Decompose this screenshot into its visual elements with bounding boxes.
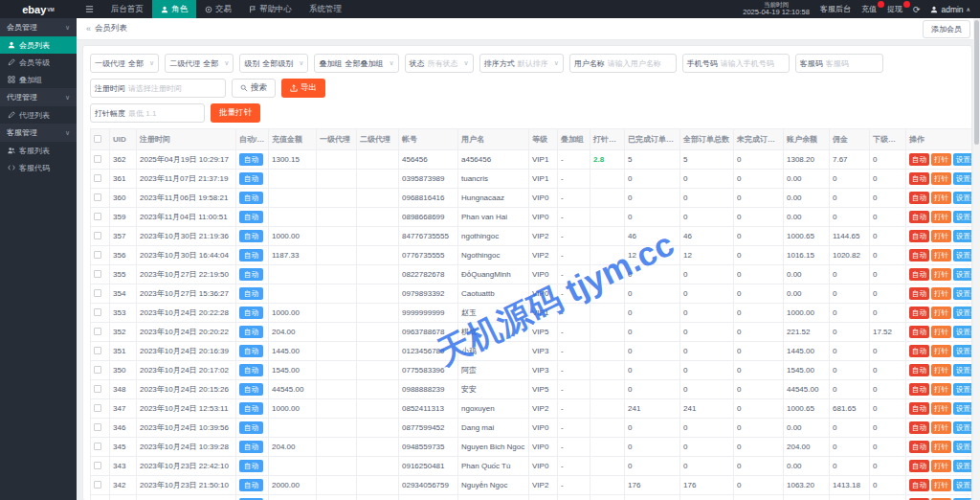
sidebar-item-member-level[interactable]: 会员等级 — [0, 54, 77, 71]
row-set-balance-button[interactable]: 设置余额 — [953, 383, 972, 396]
row-auto-button[interactable]: 自动 — [909, 307, 929, 319]
row-checkbox[interactable] — [94, 385, 101, 393]
row-auto-button[interactable]: 自动 — [909, 441, 929, 453]
sidebar-group-agents[interactable]: 代理管理∨ — [0, 88, 77, 106]
row-set-balance-button[interactable]: 设置余额 — [953, 479, 972, 491]
row-auto-button[interactable]: 自动 — [909, 421, 929, 434]
row-auto-button[interactable]: 自动 — [909, 364, 929, 376]
row-set-balance-button[interactable]: 设置余额 — [953, 287, 972, 300]
row-set-balance-button[interactable]: 设置余额 — [953, 345, 972, 357]
row-checkbox[interactable] — [94, 366, 101, 374]
filter-username-field[interactable]: 用户名称 — [569, 54, 677, 73]
row-set-balance-button[interactable]: 设置余额 — [953, 307, 972, 319]
inject-range-field[interactable]: 打针幅度 — [90, 103, 205, 123]
auto-mode-button[interactable]: 自动 — [239, 441, 263, 453]
auto-mode-button[interactable]: 自动 — [239, 153, 263, 166]
filter-group-select[interactable]: 叠加组 全部叠加组 ∨ — [314, 54, 398, 73]
row-inject-button[interactable]: 打针 — [931, 287, 951, 300]
auto-mode-button[interactable]: 自动 — [239, 211, 263, 223]
recharge-link[interactable]: 充值 — [861, 4, 877, 14]
row-auto-button[interactable]: 自动 — [909, 211, 929, 223]
auto-mode-button[interactable]: 自动 — [239, 307, 263, 319]
filter-agent2-select[interactable]: 二级代理 全部 ∨ — [165, 54, 234, 73]
row-set-balance-button[interactable]: 设置余额 — [953, 153, 972, 166]
row-checkbox[interactable] — [94, 155, 101, 163]
service-backend-link[interactable]: 客服后台 — [820, 4, 851, 14]
row-set-balance-button[interactable]: 设置余额 — [953, 192, 972, 204]
sidebar-group-members[interactable]: 会员管理∨ — [0, 18, 77, 36]
phone-input[interactable] — [721, 59, 785, 68]
nav-item-roles[interactable]: 角色 — [152, 0, 196, 18]
sidebar-group-service[interactable]: 客服管理∨ — [0, 124, 77, 142]
row-auto-button[interactable]: 自动 — [909, 172, 929, 185]
auto-mode-button[interactable]: 自动 — [239, 383, 263, 396]
auto-mode-button[interactable]: 自动 — [239, 249, 263, 261]
row-auto-button[interactable]: 自动 — [909, 345, 929, 357]
menu-collapse-icon[interactable] — [77, 0, 102, 18]
row-auto-button[interactable]: 自动 — [909, 460, 929, 472]
select-all-checkbox[interactable] — [94, 135, 101, 143]
auto-mode-button[interactable]: 自动 — [239, 268, 263, 281]
row-auto-button[interactable]: 自动 — [909, 402, 929, 415]
row-inject-button[interactable]: 打针 — [931, 230, 951, 242]
row-set-balance-button[interactable]: 设置余额 — [953, 460, 972, 472]
row-checkbox[interactable] — [94, 213, 101, 220]
batch-inject-button[interactable]: 批量打针 — [211, 103, 260, 123]
auto-mode-button[interactable]: 自动 — [239, 364, 263, 376]
row-checkbox[interactable] — [94, 328, 101, 335]
row-inject-button[interactable]: 打针 — [931, 153, 951, 166]
nav-item-help-center[interactable]: 帮助中心 — [240, 0, 301, 18]
row-checkbox[interactable] — [94, 404, 101, 412]
page-scrollbar[interactable] — [973, 18, 980, 500]
row-auto-button[interactable]: 自动 — [909, 249, 929, 261]
sidebar-item-member-list[interactable]: 会员列表 — [0, 36, 77, 54]
row-checkbox[interactable] — [94, 347, 101, 354]
auto-mode-button[interactable]: 自动 — [239, 460, 263, 472]
user-menu[interactable]: admin ∧ — [930, 5, 970, 14]
row-auto-button[interactable]: 自动 — [909, 192, 929, 204]
row-set-balance-button[interactable]: 设置余额 — [953, 364, 972, 376]
row-checkbox[interactable] — [94, 308, 101, 316]
sidebar-item-stack-group[interactable]: 叠加组 — [0, 71, 77, 88]
scrollbar-thumb[interactable] — [974, 20, 979, 145]
filter-status-select[interactable]: 状态 所有状态 ∨ — [405, 54, 474, 73]
row-checkbox[interactable] — [94, 232, 101, 239]
row-checkbox[interactable] — [94, 289, 101, 297]
reg-time-input[interactable] — [128, 84, 221, 93]
row-auto-button[interactable]: 自动 — [909, 287, 929, 300]
withdraw-link[interactable]: 提现 — [887, 4, 902, 14]
service-code-input[interactable] — [826, 59, 879, 68]
row-checkbox[interactable] — [94, 193, 101, 201]
inject-range-input[interactable] — [128, 109, 200, 118]
sidebar-item-agent-list[interactable]: 代理列表 — [0, 106, 77, 124]
auto-mode-button[interactable]: 自动 — [239, 345, 263, 357]
row-auto-button[interactable]: 自动 — [909, 153, 929, 166]
nav-item-dashboard[interactable]: 后台首页 — [102, 0, 152, 18]
row-inject-button[interactable]: 打针 — [931, 172, 951, 185]
row-inject-button[interactable]: 打针 — [931, 460, 951, 472]
row-inject-button[interactable]: 打针 — [931, 479, 951, 491]
filter-reg-time-field[interactable]: 注册时间 — [90, 79, 226, 98]
row-inject-button[interactable]: 打针 — [931, 402, 951, 415]
search-button[interactable]: 搜索 — [232, 79, 276, 98]
row-set-balance-button[interactable]: 设置余额 — [953, 441, 972, 453]
row-inject-button[interactable]: 打针 — [931, 345, 951, 357]
auto-mode-button[interactable]: 自动 — [239, 421, 263, 434]
row-set-balance-button[interactable]: 设置余额 — [953, 172, 972, 185]
row-checkbox[interactable] — [94, 174, 101, 182]
filter-level-select[interactable]: 级别 全部级别 ∨ — [239, 54, 308, 73]
row-inject-button[interactable]: 打针 — [931, 326, 951, 338]
auto-mode-button[interactable]: 自动 — [239, 230, 263, 242]
row-auto-button[interactable]: 自动 — [909, 230, 929, 242]
nav-item-system[interactable]: 系统管理 — [301, 0, 350, 18]
row-inject-button[interactable]: 打针 — [931, 383, 951, 396]
row-inject-button[interactable]: 打针 — [931, 441, 951, 453]
sidebar-item-service-code[interactable]: 客服代码 — [0, 159, 77, 176]
row-inject-button[interactable]: 打针 — [931, 192, 951, 204]
row-auto-button[interactable]: 自动 — [909, 268, 929, 281]
auto-mode-button[interactable]: 自动 — [239, 326, 263, 338]
auto-mode-button[interactable]: 自动 — [239, 402, 263, 415]
auto-mode-button[interactable]: 自动 — [239, 479, 263, 491]
row-set-balance-button[interactable]: 设置余额 — [953, 211, 972, 223]
row-set-balance-button[interactable]: 设置余额 — [953, 268, 972, 281]
